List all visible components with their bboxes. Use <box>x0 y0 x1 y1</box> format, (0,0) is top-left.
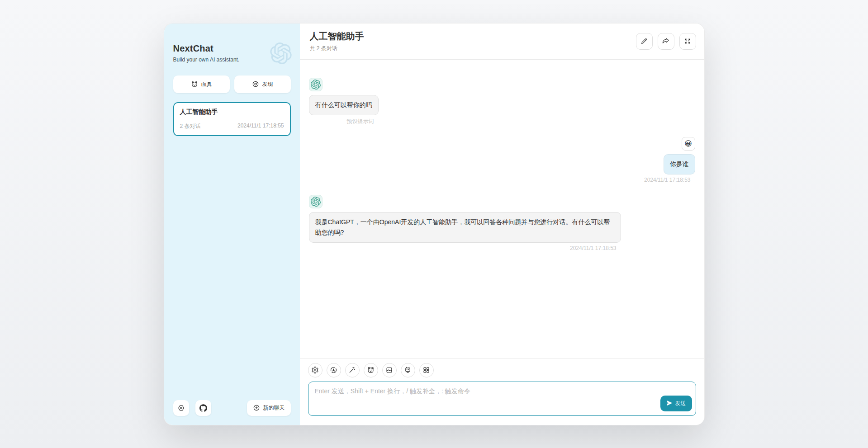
send-button[interactable]: 发送 <box>660 396 692 411</box>
maximize-button[interactable] <box>679 33 696 50</box>
chat-item-title: 人工智能助手 <box>180 108 284 116</box>
export-button[interactable] <box>658 33 674 50</box>
chat-header-actions <box>636 33 696 50</box>
pencil-icon <box>640 38 648 45</box>
openai-logo-icon <box>311 80 321 90</box>
chat-header-titles: 人工智能助手 共 2 条对话 <box>310 30 364 52</box>
message-list: 有什么可以帮你的吗 预设提示词 😀 你是谁 2024/11/1 17:18:53 <box>300 60 704 358</box>
chat-subtitle: 共 2 条对话 <box>310 45 364 52</box>
settings-button[interactable] <box>173 400 189 416</box>
message-bubble-wrap: 我是ChatGPT，一个由OpenAI开发的人工智能助手，我可以回答各种问题并与… <box>309 212 621 251</box>
message-bubble-wrap: 有什么可以帮你的吗 预设提示词 <box>309 95 379 125</box>
github-icon <box>199 404 207 412</box>
user-avatar-emoji: 😀 <box>684 140 692 147</box>
mask-icon <box>191 80 198 88</box>
composer-toolbar <box>308 363 696 377</box>
sidebar-footer: 新的聊天 <box>173 400 291 416</box>
github-button[interactable] <box>195 400 211 416</box>
message-bubble-wrap: 你是谁 2024/11/1 17:18:53 <box>644 154 695 183</box>
rename-button[interactable] <box>636 33 653 50</box>
share-icon <box>662 38 669 45</box>
grid-icon <box>422 366 430 374</box>
assistant-avatar <box>309 195 323 208</box>
robot-icon <box>404 366 412 374</box>
message-timestamp: 2024/11/1 17:18:53 <box>644 177 695 183</box>
openai-watermark-icon <box>270 42 292 64</box>
assistant-avatar <box>309 78 323 91</box>
clear-context-icon <box>385 366 393 374</box>
chat-title[interactable]: 人工智能助手 <box>310 30 364 42</box>
masks-button-label: 面具 <box>201 80 212 88</box>
message-bubble[interactable]: 你是谁 <box>664 154 695 174</box>
chat-item-count: 2 条对话 <box>180 123 201 130</box>
message-bubble[interactable]: 有什么可以帮你的吗 <box>309 95 379 115</box>
sidebar: NextChat Build your own AI assistant. 面具… <box>164 24 300 425</box>
shortcuts-button[interactable] <box>419 363 434 377</box>
message-hint: 预设提示词 <box>347 118 379 125</box>
discover-button[interactable]: 发现 <box>234 75 291 93</box>
theme-auto-icon <box>330 366 337 374</box>
chat-item-info: 2 条对话 2024/11/1 17:18:55 <box>180 123 284 130</box>
masks-toolbar-button[interactable] <box>364 363 378 377</box>
gear-icon <box>311 366 319 374</box>
new-chat-button[interactable]: 新的聊天 <box>247 400 291 416</box>
wand-icon <box>348 366 356 374</box>
app-window: NextChat Build your own AI assistant. 面具… <box>164 23 705 425</box>
user-message: 😀 你是谁 2024/11/1 17:18:53 <box>309 137 695 183</box>
chat-panel: 人工智能助手 共 2 条对话 <box>300 24 704 425</box>
settings-gear-icon <box>177 404 185 412</box>
chat-header: 人工智能助手 共 2 条对话 <box>300 24 704 60</box>
theme-toggle-button[interactable] <box>327 363 341 377</box>
masks-button[interactable]: 面具 <box>173 75 230 93</box>
user-avatar: 😀 <box>682 137 695 151</box>
chat-settings-button[interactable] <box>308 363 323 377</box>
mask-icon <box>367 366 375 374</box>
prompts-button[interactable] <box>345 363 360 377</box>
maximize-icon <box>684 38 691 45</box>
chat-item-time: 2024/11/1 17:18:55 <box>237 123 284 130</box>
chat-list-item-selected[interactable]: 人工智能助手 2 条对话 2024/11/1 17:18:55 <box>173 102 291 136</box>
sidebar-buttons: 面具 发现 <box>173 75 291 93</box>
discover-button-label: 发现 <box>262 80 273 88</box>
add-circle-icon <box>253 404 260 411</box>
input-wrap: 发送 <box>308 382 696 416</box>
chat-input[interactable] <box>308 382 696 416</box>
message-timestamp: 2024/11/1 17:18:53 <box>570 245 621 251</box>
clear-context-button[interactable] <box>382 363 397 377</box>
message-bubble[interactable]: 我是ChatGPT，一个由OpenAI开发的人工智能助手，我可以回答各种问题并与… <box>309 212 621 243</box>
new-chat-label: 新的聊天 <box>263 404 285 412</box>
send-button-label: 发送 <box>675 400 686 407</box>
paper-plane-icon <box>666 400 673 406</box>
composer: 发送 <box>300 358 704 425</box>
compass-icon <box>252 80 259 88</box>
openai-logo-icon <box>311 197 321 207</box>
assistant-message: 有什么可以帮你的吗 预设提示词 <box>309 78 695 125</box>
model-select-button[interactable] <box>401 363 415 377</box>
assistant-message: 我是ChatGPT，一个由OpenAI开发的人工智能助手，我可以回答各种问题并与… <box>309 195 695 251</box>
